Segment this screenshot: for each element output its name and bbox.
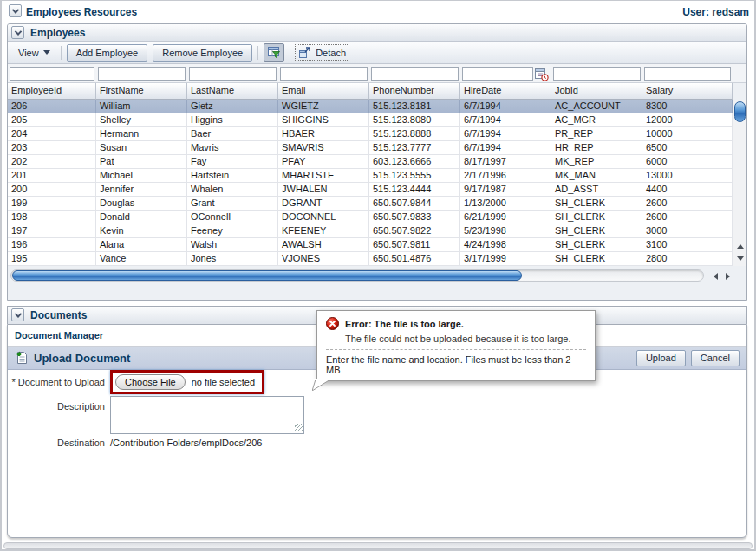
table-cell: Vance <box>96 252 187 266</box>
filter-input-employeeid[interactable] <box>10 67 94 81</box>
filter-input-jobid[interactable] <box>553 67 641 81</box>
table-cell: 6500 <box>642 141 733 155</box>
vertical-scrollbar[interactable] <box>733 100 746 266</box>
vertical-scrollbar-thumb[interactable] <box>734 101 746 122</box>
remove-employee-button[interactable]: Remove Employee <box>153 44 252 62</box>
detach-button[interactable]: Detach <box>296 45 349 60</box>
filter-input-salary[interactable] <box>644 67 731 81</box>
table-cell: PFAY <box>278 155 369 169</box>
filter-input-hiredate[interactable] <box>462 67 533 81</box>
table-cell: 4400 <box>642 183 733 197</box>
table-cell: JWHALEN <box>278 183 369 197</box>
upload-document-title: Upload Document <box>34 352 130 365</box>
scroll-right-button[interactable] <box>722 270 733 282</box>
calendar-clock-icon[interactable] <box>534 67 549 81</box>
table-row[interactable]: 200JenniferWhalenJWHALEN515.123.44449/17… <box>8 183 733 197</box>
table-row[interactable]: 202PatFayPFAY603.123.66668/17/1997MK_REP… <box>8 155 733 169</box>
detach-label: Detach <box>316 48 346 58</box>
filter-input-phonenumber[interactable] <box>371 67 459 81</box>
table-cell: SMAVRIS <box>278 141 369 155</box>
upload-document-icon <box>15 351 29 365</box>
chevron-down-icon <box>14 28 21 35</box>
table-cell: WGIETZ <box>278 100 369 113</box>
cancel-button[interactable]: Cancel <box>691 350 740 366</box>
filter-toggle-button[interactable] <box>264 43 284 62</box>
user-label: User: redsam <box>682 6 749 18</box>
table-filter-row <box>8 64 746 83</box>
horizontal-scrollbar[interactable] <box>8 269 746 282</box>
table-cell: Hermann <box>96 127 187 141</box>
table-cell: SH_CLERK <box>551 252 642 266</box>
table-cell: William <box>96 100 187 113</box>
table-cell: 4/24/1998 <box>460 238 551 252</box>
filter-input-lastname[interactable] <box>189 67 277 81</box>
table-cell: VJONES <box>278 252 369 266</box>
scroll-up-button[interactable] <box>734 241 746 252</box>
table-cell: HR_REP <box>551 141 642 155</box>
table-cell: Douglas <box>96 197 187 211</box>
table-cell: 198 <box>8 211 96 224</box>
table-cell: 515.123.4444 <box>369 183 460 197</box>
table-cell: SH_CLERK <box>551 197 642 211</box>
table-cell: 199 <box>8 197 96 211</box>
description-label: Description <box>8 396 110 412</box>
table-cell: Grant <box>187 197 278 211</box>
collapse-documents-button[interactable] <box>11 308 24 321</box>
column-header-employeeid[interactable]: EmployeeId <box>8 83 96 100</box>
column-header-email[interactable]: Email <box>278 83 369 100</box>
view-menu-button[interactable]: View <box>13 46 55 60</box>
column-header-jobid[interactable]: JobId <box>551 83 642 100</box>
table-row[interactable]: 201MichaelHartsteinMHARTSTE515.123.55552… <box>8 169 733 183</box>
choose-file-button[interactable]: Choose File <box>115 374 186 390</box>
description-textarea[interactable] <box>110 396 304 434</box>
detach-window-icon <box>298 46 311 59</box>
table-cell: 3/17/1999 <box>460 252 551 266</box>
table-cell: AWALSH <box>278 238 369 252</box>
scroll-left-button[interactable] <box>710 270 721 282</box>
add-employee-button[interactable]: Add Employee <box>67 44 148 62</box>
table-row[interactable]: 196AlanaWalshAWALSH650.507.98114/24/1998… <box>8 238 733 252</box>
collapse-page-button[interactable] <box>9 4 22 17</box>
table-cell: Kevin <box>96 224 187 238</box>
table-row[interactable]: 197KevinFeeneyKFEENEY650.507.98225/23/19… <box>8 224 733 238</box>
table-cell: HBAER <box>278 127 369 141</box>
document-manager-title: Document Manager <box>15 330 103 340</box>
column-header-salary[interactable]: Salary <box>642 83 733 100</box>
table-cell: SH_CLERK <box>551 224 642 238</box>
arrow-right-icon <box>726 273 730 280</box>
dropdown-arrow-icon <box>43 50 50 55</box>
filter-input-firstname[interactable] <box>98 67 186 81</box>
horizontal-scrollbar-thumb[interactable] <box>12 270 522 281</box>
table-cell: 10000 <box>642 127 733 141</box>
error-hint: Enter the file name and location. Files … <box>326 354 586 375</box>
table-row[interactable]: 198DonaldOConnellDOCONNEL650.507.98336/2… <box>8 211 733 224</box>
table-cell: 2600 <box>642 197 733 211</box>
table-row[interactable]: 206WilliamGietzWGIETZ515.123.81816/7/199… <box>8 100 733 113</box>
table-cell: SH_CLERK <box>551 211 642 224</box>
page-scrollbar-track[interactable] <box>3 542 753 549</box>
column-header-firstname[interactable]: FirstName <box>96 83 187 100</box>
error-title: Error: The file is too large. <box>345 319 464 329</box>
table-row[interactable]: 204HermannBaerHBAER515.123.88886/7/1994P… <box>8 127 733 141</box>
column-header-hiredate[interactable]: HireDate <box>460 83 551 100</box>
table-cell: 195 <box>8 252 96 266</box>
table-cell: AC_MGR <box>551 113 642 127</box>
document-upload-row: * Document to Upload Choose File no file… <box>8 370 264 394</box>
table-row[interactable]: 205ShelleyHigginsSHIGGINS515.123.80806/7… <box>8 113 733 127</box>
filter-input-email[interactable] <box>280 67 368 81</box>
upload-button[interactable]: Upload <box>636 350 686 366</box>
scroll-down-button[interactable] <box>734 253 746 264</box>
table-row[interactable]: 199DouglasGrantDGRANT650.507.98441/13/20… <box>8 197 733 211</box>
table-cell: 6/21/1999 <box>460 211 551 224</box>
table-row[interactable]: 195VanceJonesVJONES650.501.48763/17/1999… <box>8 252 733 266</box>
collapse-employees-button[interactable] <box>11 26 24 39</box>
description-row: Description <box>8 396 304 436</box>
table-cell: 6/7/1994 <box>460 100 551 113</box>
column-header-lastname[interactable]: LastName <box>187 83 278 100</box>
table-cell: 650.501.4876 <box>369 252 460 266</box>
table-cell: Shelley <box>96 113 187 127</box>
table-row[interactable]: 203SusanMavrisSMAVRIS515.123.77776/7/199… <box>8 141 733 155</box>
table-cell: 196 <box>8 238 96 252</box>
column-header-phonenumber[interactable]: PhoneNumber <box>369 83 460 100</box>
table-cell: MK_REP <box>551 155 642 169</box>
